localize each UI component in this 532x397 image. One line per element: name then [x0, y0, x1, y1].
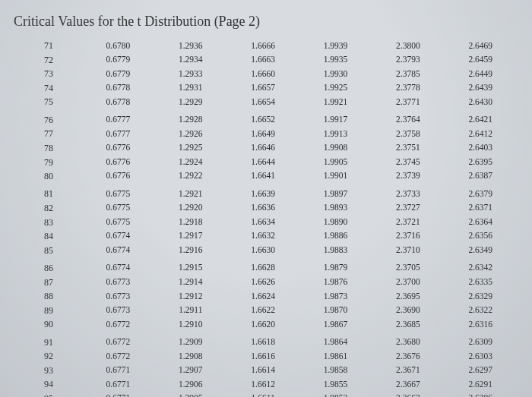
df-cell: 74	[38, 81, 82, 96]
value-cell: 1.6626	[226, 275, 299, 289]
value-cell: 1.9876	[299, 275, 372, 289]
value-cell: 0.6774	[82, 257, 154, 275]
value-cell: 2.3700	[372, 275, 444, 289]
value-cell: 1.9935	[299, 53, 372, 68]
df-cell: 85	[38, 244, 82, 258]
value-cell: 1.9886	[299, 229, 372, 244]
value-cell: 0.6773	[82, 304, 154, 318]
value-cell: 0.6774	[82, 244, 154, 258]
value-cell: 1.6654	[226, 95, 299, 109]
value-cell: 2.3745	[372, 155, 444, 169]
value-cell: 1.6660	[226, 67, 299, 81]
value-cell: 1.2907	[154, 364, 226, 378]
value-cell: 0.6771	[82, 392, 154, 397]
value-cell: 1.2936	[154, 39, 226, 53]
value-cell: 1.6666	[226, 39, 299, 53]
value-cell: 1.6620	[226, 317, 299, 332]
df-cell: 82	[38, 201, 82, 216]
df-cell: 83	[38, 215, 82, 229]
value-cell: 1.2920	[154, 201, 226, 216]
value-cell: 2.6322	[445, 304, 517, 318]
value-cell: 1.2933	[154, 67, 226, 81]
value-cell: 0.6771	[82, 364, 154, 378]
value-cell: 1.9873	[299, 289, 372, 304]
value-cell: 0.6772	[82, 317, 154, 332]
value-cell: 2.6291	[445, 377, 517, 392]
table-row: 870.67731.29141.66261.98762.37002.6335	[38, 275, 517, 289]
df-cell: 73	[38, 67, 82, 81]
value-cell: 1.6611	[226, 392, 299, 397]
value-cell: 1.6646	[226, 141, 299, 156]
value-cell: 1.6622	[226, 304, 299, 318]
value-cell: 2.3778	[372, 81, 444, 96]
value-cell: 1.2928	[154, 109, 226, 127]
df-cell: 72	[38, 53, 82, 68]
df-cell: 94	[38, 377, 82, 392]
value-cell: 2.6469	[445, 39, 517, 53]
value-cell: 0.6778	[82, 81, 154, 96]
df-cell: 91	[38, 332, 82, 349]
value-cell: 2.3676	[372, 349, 444, 364]
value-cell: 2.6329	[445, 289, 517, 304]
value-cell: 2.3680	[372, 332, 444, 349]
value-cell: 2.3667	[372, 377, 444, 392]
df-cell: 76	[38, 109, 82, 127]
value-cell: 1.9867	[299, 317, 372, 332]
value-cell: 1.9864	[299, 332, 372, 349]
df-cell: 89	[38, 304, 82, 318]
value-cell: 1.9883	[299, 244, 372, 258]
table-row: 720.67791.29341.66631.99352.37932.6459	[38, 53, 517, 68]
value-cell: 2.3758	[372, 127, 444, 141]
table-row: 920.67721.29081.66161.98612.36762.6303	[38, 349, 517, 364]
table-row: 950.67711.29051.66111.98532.36622.6286	[38, 392, 517, 397]
table-row: 780.67761.29251.66461.99082.37512.6403	[38, 141, 517, 156]
value-cell: 0.6773	[82, 275, 154, 289]
value-cell: 0.6778	[82, 95, 154, 109]
value-cell: 1.9870	[299, 304, 372, 318]
value-cell: 1.9939	[299, 39, 372, 53]
df-cell: 88	[38, 289, 82, 304]
table-row: 850.67741.29161.66301.98832.37102.6349	[38, 244, 517, 258]
value-cell: 1.6652	[226, 109, 299, 127]
value-cell: 0.6773	[82, 289, 154, 304]
value-cell: 0.6772	[82, 349, 154, 364]
value-cell: 1.9855	[299, 377, 372, 392]
value-cell: 2.6449	[445, 67, 517, 81]
value-cell: 1.9858	[299, 364, 372, 378]
value-cell: 1.2934	[154, 53, 226, 68]
value-cell: 1.6612	[226, 377, 299, 392]
value-cell: 0.6776	[82, 169, 154, 184]
value-cell: 1.6644	[226, 155, 299, 169]
df-cell: 90	[38, 317, 82, 332]
value-cell: 1.9861	[299, 349, 372, 364]
df-cell: 75	[38, 95, 82, 109]
table-row: 750.67781.29291.66541.99212.37712.6430	[38, 95, 517, 109]
value-cell: 2.6349	[445, 244, 517, 258]
df-cell: 78	[38, 141, 82, 156]
value-cell: 1.6614	[226, 364, 299, 378]
value-cell: 2.3662	[372, 392, 444, 397]
value-cell: 1.2925	[154, 141, 226, 156]
value-cell: 0.6776	[82, 141, 154, 156]
table-row: 840.67741.29171.66321.98862.37162.6356	[38, 229, 517, 244]
value-cell: 2.6379	[445, 183, 517, 200]
value-cell: 1.6663	[226, 53, 299, 68]
value-cell: 2.3793	[372, 53, 444, 68]
table-row: 890.67731.29111.66221.98702.36902.6322	[38, 304, 517, 318]
value-cell: 2.3710	[372, 244, 444, 258]
value-cell: 2.6316	[445, 317, 517, 332]
value-cell: 1.6634	[226, 215, 299, 229]
df-cell: 79	[38, 155, 82, 169]
value-cell: 2.3785	[372, 67, 444, 81]
value-cell: 1.9901	[299, 169, 372, 184]
value-cell: 0.6774	[82, 229, 154, 244]
value-cell: 1.6636	[226, 201, 299, 216]
value-cell: 1.2915	[154, 257, 226, 275]
df-cell: 84	[38, 229, 82, 244]
value-cell: 1.2905	[154, 392, 226, 397]
table-row: 740.67781.29311.66571.99252.37782.6439	[38, 81, 517, 96]
value-cell: 1.6630	[226, 244, 299, 258]
table-row: 940.67711.29061.66121.98552.36672.6291	[38, 377, 517, 392]
value-cell: 1.2918	[154, 215, 226, 229]
value-cell: 1.2911	[154, 304, 226, 318]
